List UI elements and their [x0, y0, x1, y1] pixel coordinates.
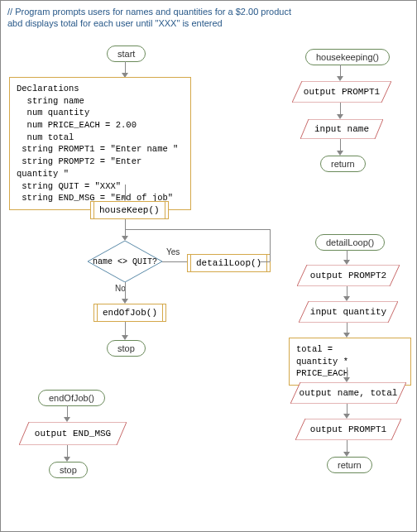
- hk-return: return: [320, 156, 366, 172]
- decl-l4: num total: [27, 132, 74, 142]
- endofjob-call: endOfJob(): [93, 304, 166, 322]
- start-terminal: start: [107, 46, 146, 62]
- decl-l5: string PROMPT1 = "Enter name ": [22, 144, 178, 154]
- hk-input-name: input name: [300, 119, 383, 139]
- io-text: output END_MSG: [19, 422, 127, 445]
- arrow: [125, 219, 126, 237]
- decl-title: Declarations: [17, 84, 79, 93]
- dl-out-nametotal: output name, total: [290, 382, 406, 404]
- decision-text: name <> QUIT?: [88, 241, 162, 282]
- arrow: [125, 229, 270, 230]
- io-text: output name, total: [290, 382, 406, 404]
- io-text: output PROMPT1: [295, 419, 401, 440]
- comment-line2: abd displays total for each user until "…: [7, 17, 223, 29]
- dl-out-prompt2: output PROMPT2: [297, 265, 400, 286]
- endofjob-terminal: endOfJob(): [38, 390, 105, 406]
- arrow: [260, 261, 270, 262]
- yes-label: Yes: [166, 247, 180, 256]
- housekeep-call: houseKeep(): [90, 201, 169, 219]
- io-text: input name: [300, 119, 383, 139]
- decl-l1: string name: [27, 96, 84, 106]
- comment-line1: // Program prompts users for names and q…: [7, 6, 291, 17]
- arrow: [270, 229, 271, 261]
- no-label: No: [115, 284, 126, 293]
- housekeeping-terminal: housekeeping(): [305, 49, 390, 65]
- hk-output-prompt1: output PROMPT1: [292, 81, 391, 103]
- dl-input-qty: input quantity: [299, 301, 398, 323]
- io-text: output PROMPT1: [292, 81, 391, 103]
- eoj-stop: stop: [49, 462, 88, 478]
- stop-terminal: stop: [107, 340, 146, 357]
- decl-l3: num PRICE_EACH = 2.00: [27, 120, 137, 130]
- decision-quit: name <> QUIT?: [88, 241, 162, 282]
- decl-l7: string QUIT = "XXX": [22, 181, 121, 191]
- dl-out-prompt1: output PROMPT1: [295, 419, 401, 440]
- decl-l6: string PROMPT2 = "Enter quantity ": [17, 156, 141, 179]
- eoj-out-endmsg: output END_MSG: [19, 422, 127, 445]
- io-text: output PROMPT2: [297, 265, 400, 286]
- dl-calc: total = quantity * PRICE_EACH: [289, 338, 411, 386]
- io-text: input quantity: [299, 301, 398, 323]
- detailloop-terminal: detailLoop(): [315, 234, 385, 251]
- decl-l2: num quantity: [27, 108, 90, 117]
- arrow: [125, 282, 126, 300]
- dl-return: return: [327, 457, 372, 473]
- arrow: [162, 261, 187, 262]
- detailloop-call: detailLoop(): [187, 254, 271, 272]
- declarations-block: Declarations string name num quantity nu…: [9, 77, 191, 210]
